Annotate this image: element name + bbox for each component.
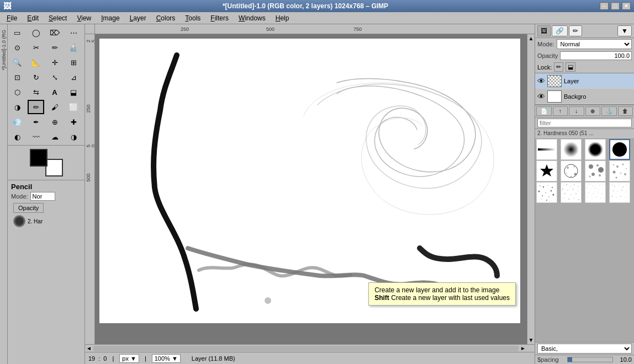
vtab-untitled[interactable]: *[Untitled]-1.0 (RG xyxy=(1,29,7,72)
panel-channels-btn[interactable]: 🔗 xyxy=(552,25,568,36)
menu-edit[interactable]: Edit xyxy=(23,13,43,23)
menu-windows[interactable]: Windows xyxy=(234,13,270,23)
vertical-scrollbar[interactable]: ▲ ▼ xyxy=(527,34,535,344)
panel-menu-btn[interactable]: ▼ xyxy=(617,25,632,36)
scroll-right-button[interactable]: ► xyxy=(519,345,527,351)
tool-blend[interactable]: ◑ xyxy=(9,100,25,114)
tool-scale[interactable]: ⤡ xyxy=(46,70,63,84)
layer-visibility-bg-icon[interactable]: 👁 xyxy=(537,92,545,101)
tool-color-picker[interactable]: 🔬 xyxy=(65,40,82,55)
tool-perspective[interactable]: ⬡ xyxy=(9,85,25,99)
spacing-slider[interactable] xyxy=(567,357,613,362)
tool-by-color[interactable]: ⊙ xyxy=(9,40,25,55)
tool-crop[interactable]: ⊡ xyxy=(9,70,25,84)
raise-layer-button[interactable]: ↑ xyxy=(553,106,568,116)
tool-clone[interactable]: ⊕ xyxy=(46,115,63,129)
tool-paths[interactable]: ✏ xyxy=(46,40,63,55)
lock-alpha-btn[interactable]: ⬓ xyxy=(566,62,575,72)
foreground-color[interactable] xyxy=(30,149,47,167)
new-layer-button[interactable]: 📄 xyxy=(536,106,552,116)
tool-align[interactable]: ⊞ xyxy=(65,55,82,69)
tool-airbrush[interactable]: 💨 xyxy=(9,115,25,129)
zoom-dropdown-icon[interactable]: ▼ xyxy=(172,355,178,362)
brush-cell-2[interactable] xyxy=(561,139,582,160)
tool-ellipse-select[interactable]: ◯ xyxy=(28,25,44,40)
brush-cell-4[interactable] xyxy=(609,139,630,160)
close-button[interactable]: ✕ xyxy=(622,2,631,10)
brush-cell-9[interactable] xyxy=(536,182,557,203)
tool-scissors[interactable]: ✂ xyxy=(28,40,44,55)
tool-eraser[interactable]: ⬜ xyxy=(65,100,82,114)
blend-mode-select[interactable]: Normal Dissolve Multiply Screen xyxy=(557,39,632,49)
menu-filters[interactable]: Filters xyxy=(206,13,233,23)
brush-filter-input[interactable] xyxy=(537,119,632,127)
menu-image[interactable]: Image xyxy=(97,13,124,23)
tool-fuzzy-select[interactable]: ⋯ xyxy=(65,25,82,40)
tool-flip[interactable]: ⇆ xyxy=(28,85,44,99)
brush-category-select[interactable]: Basic, xyxy=(537,344,632,354)
layer-item-background[interactable]: 👁 Backgro xyxy=(535,89,634,104)
zoom-selector[interactable]: 100% ▼ xyxy=(152,354,181,363)
menu-help[interactable]: Help xyxy=(271,13,294,23)
canvas-container[interactable]: Create a new layer and add it to the ima… xyxy=(95,34,527,344)
scroll-down-button[interactable]: ▼ xyxy=(527,336,535,344)
tool-move[interactable]: ✛ xyxy=(46,55,63,69)
duplicate-layer-button[interactable]: ⊕ xyxy=(585,106,601,116)
layer-visibility-icon[interactable]: 👁 xyxy=(537,77,545,85)
brush-cell-10[interactable] xyxy=(561,182,582,203)
anchor-layer-button[interactable]: ⚓ xyxy=(601,106,617,116)
drawing-canvas[interactable] xyxy=(99,39,520,323)
unit-dropdown-icon[interactable]: ▼ xyxy=(130,355,136,362)
tool-rotate[interactable]: ↻ xyxy=(28,70,44,84)
panel-layers-btn[interactable]: 🖼 xyxy=(537,25,551,36)
brush-cell-5[interactable] xyxy=(536,160,557,181)
delete-layer-button[interactable]: 🗑 xyxy=(618,106,633,116)
tool-smudge[interactable]: 〰 xyxy=(28,130,44,144)
brush-cell-1[interactable] xyxy=(536,139,557,160)
tool-rect-select[interactable]: ▭ xyxy=(9,25,25,40)
tool-text[interactable]: A xyxy=(46,85,63,99)
scroll-up-button[interactable]: ▲ xyxy=(527,34,535,42)
scroll-left-button[interactable]: ◄ xyxy=(85,345,93,351)
tool-zoom[interactable]: 🔍 xyxy=(9,55,25,69)
svg-text:750: 750 xyxy=(353,26,362,32)
tool-shear[interactable]: ⊿ xyxy=(65,70,82,84)
tool-ink[interactable]: ✒ xyxy=(28,115,44,129)
brush-cell-11[interactable] xyxy=(585,182,606,203)
tool-free-select[interactable]: ⌦ xyxy=(46,25,63,40)
menu-layer[interactable]: Layer xyxy=(125,13,151,23)
mode-input[interactable] xyxy=(30,192,55,201)
menu-select[interactable]: Select xyxy=(44,13,71,23)
brush-cell-6[interactable] xyxy=(561,160,582,181)
unit-selector[interactable]: px ▼ xyxy=(119,354,139,363)
minimize-button[interactable]: ─ xyxy=(600,2,609,10)
brush-cell-7[interactable] xyxy=(585,160,606,181)
panel-paths-btn[interactable]: ✏ xyxy=(569,25,582,36)
lower-layer-button[interactable]: ↓ xyxy=(569,106,584,116)
background-color[interactable] xyxy=(45,159,63,176)
menu-colors[interactable]: Colors xyxy=(152,13,180,23)
lock-pixels-btn[interactable]: ✏ xyxy=(554,62,563,72)
brush-cell-12[interactable] xyxy=(609,182,630,203)
brush-cell-3[interactable] xyxy=(585,139,606,160)
menu-view[interactable]: View xyxy=(72,13,96,23)
tool-bucket[interactable]: ⬓ xyxy=(65,85,82,99)
menu-file[interactable]: File xyxy=(2,13,22,23)
tool-paintbrush[interactable]: 🖌 xyxy=(46,100,63,114)
tool-blur-sharpen[interactable]: ☁ xyxy=(46,130,63,144)
mode-label: Mode: xyxy=(11,193,28,200)
tool-dodge2[interactable]: ◑ xyxy=(65,130,82,144)
tool-measure[interactable]: 📐 xyxy=(28,55,44,69)
opacity-input[interactable] xyxy=(560,51,632,60)
menu-tools[interactable]: Tools xyxy=(181,13,205,23)
tool-heal[interactable]: ✚ xyxy=(65,115,82,129)
tool-dodge-burn[interactable]: ◐ xyxy=(9,130,25,144)
tool-pencil[interactable]: ✏ xyxy=(28,100,44,114)
scroll-thumb-h[interactable] xyxy=(93,346,519,351)
opacity-button[interactable]: Opacity xyxy=(13,203,44,213)
layer-item-layer1[interactable]: 👁 Layer xyxy=(535,73,634,89)
maximize-button[interactable]: □ xyxy=(611,2,620,10)
brush-cell-8[interactable] xyxy=(609,160,630,181)
brush-name-label: 2. Hardness 050 (51 ... xyxy=(537,130,594,136)
panel-icon-buttons: 🖼 🔗 ✏ ▼ xyxy=(535,24,634,38)
